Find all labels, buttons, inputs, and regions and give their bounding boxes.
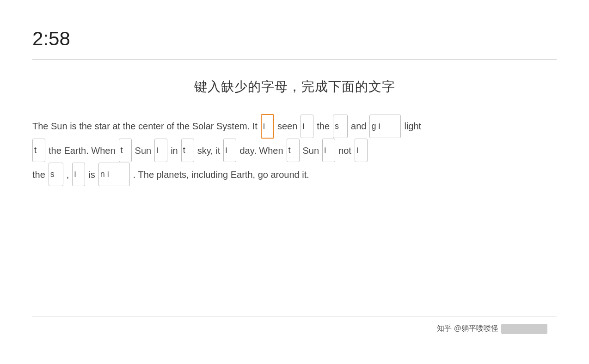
blank-is[interactable]: i (261, 114, 274, 139)
blank-is2-input[interactable] (159, 146, 165, 156)
blank-it[interactable]: i (72, 163, 85, 186)
passage-line-1: The Sun is the star at the center of the… (32, 114, 557, 139)
instruction-text: 键入缺少的字母，完成下面的文字 (32, 78, 557, 96)
blank-in-input[interactable] (305, 121, 311, 131)
blank-night[interactable]: n i (98, 163, 130, 186)
blank-in2-input[interactable] (359, 146, 365, 156)
blank-is3[interactable]: i (223, 139, 236, 162)
blank-gives-input[interactable] (380, 121, 399, 131)
blank-to-input[interactable] (37, 146, 43, 156)
blank-in[interactable]: i (301, 115, 313, 138)
blank-it-input[interactable] (76, 170, 83, 180)
blank-sky2-input[interactable] (55, 170, 61, 180)
blank-is4-input[interactable] (326, 146, 333, 156)
passage-line-3: the s , i is n i . The planets, includin… (32, 163, 557, 187)
blank-the2[interactable]: t (119, 139, 132, 162)
watermark-text: 知乎 @躺平喽喽怪 (437, 324, 498, 334)
blank-sky1[interactable]: s (333, 115, 348, 138)
timer-display: 2:58 (32, 28, 557, 50)
blank-the4-input[interactable] (291, 146, 298, 156)
blank-is-input[interactable] (265, 121, 272, 131)
blank-the3-input[interactable] (186, 146, 192, 156)
blank-the3[interactable]: t (181, 139, 194, 162)
main-container: 2:58 键入缺少的字母，完成下面的文字 The Sun is the star… (0, 0, 589, 357)
blank-is3-input[interactable] (227, 146, 234, 156)
blank-the4[interactable]: t (287, 139, 300, 162)
blank-is2[interactable]: i (154, 139, 167, 162)
blank-sky1-input[interactable] (339, 121, 346, 131)
watermark-area: 知乎 @躺平喽喽怪 (32, 316, 557, 339)
blank-sky2[interactable]: s (49, 163, 63, 186)
watermark-blur (501, 324, 547, 334)
blank-the2-input[interactable] (123, 146, 130, 156)
word-the-sun: The Sun is the star at the center of the… (32, 114, 258, 138)
blank-is4[interactable]: i (322, 139, 335, 162)
passage-line-2: t the Earth. When t Sun i in t sky, it i (32, 139, 557, 163)
blank-gives[interactable]: g i (369, 115, 401, 138)
blank-in2[interactable]: i (355, 139, 368, 162)
passage-area: The Sun is the star at the center of the… (32, 114, 557, 187)
top-divider (32, 59, 557, 60)
blank-night-input[interactable] (110, 170, 128, 180)
blank-to[interactable]: t (32, 139, 45, 162)
